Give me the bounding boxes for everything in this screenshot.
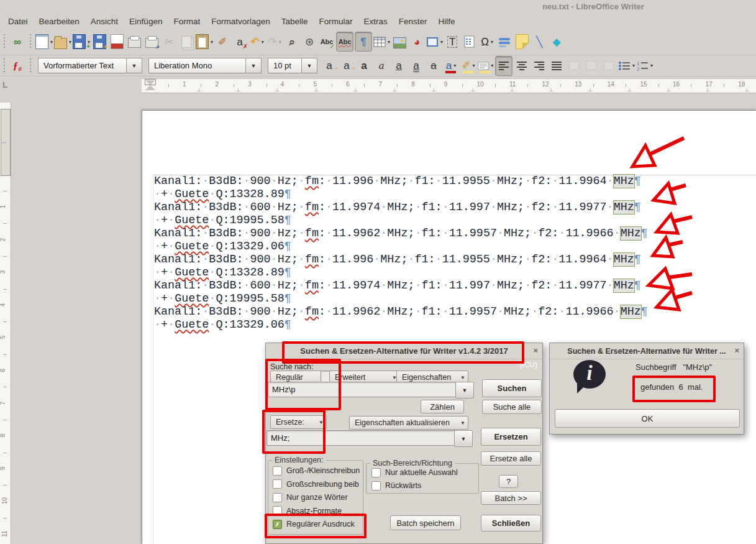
text-line[interactable]: Kanal1:·B3dB:·900·Hz;·fm:·11.996·MHz;·f1… [154,175,648,188]
insert-textbox-icon[interactable]: T [444,32,460,51]
insert-header-footer-icon[interactable] [496,32,512,51]
chevron-down-icon[interactable]: ▾ [473,63,475,68]
align-right-icon[interactable] [531,57,547,75]
tabstop-type-selector[interactable]: L [2,80,7,90]
insert-chart-icon[interactable]: ◕ [409,32,425,51]
clone-formatting-icon[interactable]: ✐ [214,32,230,51]
count-button[interactable]: Zählen [421,400,464,413]
chevron-down-icon[interactable]: ▾ [491,39,493,45]
checkbox-nur-aktuelle-auswahl[interactable]: Nur aktuelle Auswahl [371,468,458,477]
search-history-dropdown-icon[interactable]: ▼ [455,382,474,399]
find-replace-icon[interactable]: ⌕ [284,32,300,51]
text-line[interactable]: Kanal1:·B3dB:·900·Hz;·fm:·11.9962·MHz;·f… [154,227,648,240]
menu-item-tabelle[interactable]: Tabelle [276,15,314,28]
window-titlebar[interactable]: neu.txt - LibreOffice Writer [0,0,756,14]
numbered-list-icon[interactable]: 12▾ [636,57,653,75]
print-icon[interactable] [126,32,142,51]
chevron-down-icon[interactable]: ▾ [279,39,281,45]
save-as-icon[interactable]: +▾ [73,32,90,51]
print-preview-icon[interactable]: ⌕ [143,32,160,51]
checkbox-regulaerer-ausdruck[interactable]: ✗Regulärer Ausdruck [273,519,355,529]
text-line[interactable]: ·+·Guete·Q:13328.89¶ [154,188,648,201]
info-dialog-titlebar[interactable]: Suchen & Ersetzen-Alternative für Writer… [550,343,744,359]
menu-item-format[interactable]: Format [168,15,206,28]
chevron-down-icon[interactable]: ▾ [440,39,443,45]
italic-icon[interactable]: a [373,57,389,75]
replace-history-dropdown-icon[interactable]: ▼ [454,430,473,447]
close-icon[interactable]: × [533,346,538,355]
text-line[interactable]: ·+·Guete·Q:19995.58¶ [154,292,648,305]
insert-image-icon[interactable] [391,32,408,51]
background-color-icon[interactable]: ▾ [478,57,494,75]
checkbox-rueckwaerts[interactable]: Rückwärts [371,481,421,491]
close-icon[interactable]: × [734,346,739,355]
basic-shapes-icon[interactable]: ◆ [549,32,565,51]
paste-icon[interactable]: ▾ [196,32,213,51]
replace-all-button[interactable]: Ersetze alle [481,451,541,466]
align-center-icon[interactable] [514,57,530,75]
horizontal-ruler[interactable]: 123456789101112131415161718⊥⊥⊥⊥⊥⊥⊥⊥⊥⊥⊥⊥⊥… [142,78,756,93]
menu-item-fenster[interactable]: Fenster [393,15,433,28]
replace-dropdown[interactable]: Ersetze:▼ [270,415,327,429]
ok-button[interactable]: OK [555,409,740,428]
paragraph-style-combobox[interactable]: Vorformatierter Text ▼ [38,58,142,73]
open-icon[interactable]: ▾ [54,32,71,51]
font-name-combobox[interactable]: Liberation Mono ▼ [148,58,262,73]
chevron-down-icon[interactable]: ▼ [126,58,142,73]
text-line[interactable]: Kanal1:·B3dB:·900·Hz;·fm:·11.9962·MHz;·f… [154,305,648,318]
menu-item-hilfe[interactable]: Hilfe [433,15,461,28]
subscript-icon[interactable]: aˇ [339,57,355,75]
chevron-down-icon[interactable]: ▾ [69,39,71,45]
navigator-icon[interactable]: ⊛ [301,32,317,51]
insert-field-icon[interactable] [462,32,478,51]
bold-icon[interactable]: a [356,57,372,75]
document-text[interactable]: Kanal1:·B3dB:·900·Hz;·fm:·11.996·MHz;·f1… [154,175,648,331]
text-line[interactable]: Kanal1:·B3dB:·900·Hz;·fm:·11.996·MHz;·f1… [154,253,648,266]
text-line[interactable]: ·+·Guete·Q:13328.89¶ [154,266,648,279]
chevron-down-icon[interactable]: ▾ [491,63,493,68]
close-button[interactable]: Schließen [481,515,541,532]
text-line[interactable]: ·+·Guete·Q:19995.58¶ [154,214,648,227]
text-line[interactable]: Kanal1:·B3dB:·600·Hz;·fm:·11.9974·MHz;·f… [154,279,648,292]
chevron-down-icon[interactable]: ▾ [262,39,264,45]
chevron-down-icon[interactable]: ▾ [650,63,653,68]
font-color-icon[interactable]: a▾ [443,57,459,75]
strikethrough-icon[interactable]: a [426,57,442,75]
chevron-down-icon[interactable]: ▾ [388,39,390,45]
font-size-combobox[interactable]: 10 pt ▼ [268,58,317,73]
save-icon[interactable]: ● [91,32,107,51]
highlight-color-icon[interactable]: ✐▾ [460,57,476,75]
search-button[interactable]: Suchen [482,379,542,397]
new-document-icon[interactable]: ▾ [35,32,53,51]
toolbar-grip[interactable] [29,34,32,49]
chevron-down-icon[interactable]: ▾ [632,63,635,68]
menu-item-formatvorlagen[interactable]: Formatvorlagen [206,15,276,28]
text-line[interactable]: Kanal1:·B3dB:·600·Hz;·fm:·11.9974·MHz;·f… [154,201,648,214]
underline-icon[interactable]: a [391,57,407,75]
replace-input[interactable]: MHz; [266,430,457,446]
bullet-list-icon[interactable]: ▾ [618,57,635,75]
formatting-marks-icon[interactable]: ¶ [355,32,372,52]
insert-frame-icon[interactable]: ▾ [426,32,443,51]
checkbox-gross-kleinschreibun[interactable]: Groß-/Kleinschreibun [273,466,360,476]
batch-button[interactable]: Batch >> [481,491,541,505]
menu-item-extras[interactable]: Extras [358,15,393,28]
insert-line-icon[interactable]: ╲ [531,32,547,51]
chevron-down-icon[interactable]: ▾ [211,39,213,45]
chevron-down-icon[interactable]: ▼ [301,58,317,73]
checkbox-absatz-formate[interactable]: Absatz-Formate [273,506,342,516]
undo-icon[interactable]: ↶▾ [249,32,265,51]
toolbar-grip[interactable] [2,34,6,49]
checkbox-grossschreibung-beib[interactable]: Großschreibung beib [273,479,359,489]
double-underline-icon[interactable]: a [408,57,424,75]
spelling-icon[interactable]: Abc✓ [319,32,335,51]
text-line[interactable]: ·+·Guete·Q:13329.06¶ [154,240,648,253]
clear-formatting-icon[interactable]: a✗ [232,32,248,51]
find-toolbar-icon[interactable]: ∞ [9,32,25,51]
replace-button[interactable]: Ersetzen [481,428,541,446]
menu-item-datei[interactable]: Datei [2,15,34,28]
autospellcheck-icon[interactable]: Abc [336,32,353,52]
export-pdf-icon[interactable] [109,32,125,51]
toolbar-grip[interactable] [2,58,6,73]
toolbar-grip[interactable] [29,58,32,73]
